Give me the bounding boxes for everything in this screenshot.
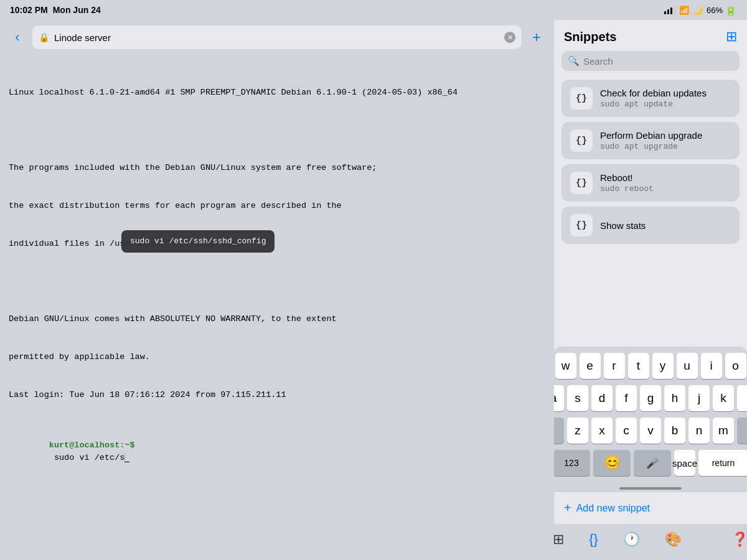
layout-toggle-button[interactable]: ⊞ [726, 29, 737, 45]
key-b[interactable]: b [664, 418, 685, 444]
palette-toolbar-button[interactable]: 🎨 [665, 531, 682, 548]
grid-toolbar-button[interactable]: ⊞ [553, 531, 564, 548]
terminal-line [9, 275, 545, 287]
terminal-line: Linux localhost 6.1.0-21-amd64 #1 SMP PR… [9, 86, 545, 99]
keyboard-row-4: 123 😊 🎤 space return [557, 450, 745, 476]
key-z[interactable]: z [567, 418, 588, 444]
key-u[interactable]: u [677, 353, 698, 379]
key-c[interactable]: c [616, 418, 637, 444]
status-right: 📶 🌙 66% 🔋 [664, 4, 737, 16]
terminal-prompt-user: kurt@localhost:~$ [49, 441, 135, 450]
terminal-line [9, 124, 545, 136]
terminal-section: ‹ 🔒 Linode server ✕ + Linux localhost 6.… [0, 20, 554, 560]
key-n[interactable]: n [688, 418, 710, 444]
delete-key[interactable]: ⌫ [737, 418, 747, 444]
snippet-name: Check for debian updates [600, 88, 707, 98]
lock-icon: 🔒 [39, 32, 49, 42]
key-m[interactable]: m [713, 418, 734, 444]
snippet-braces-icon: {} [570, 87, 593, 110]
key-v[interactable]: v [640, 418, 661, 444]
snippets-header: Snippets ⊞ [554, 20, 747, 51]
key-e[interactable]: e [580, 353, 601, 379]
search-icon: 🔍 [568, 55, 580, 67]
keyboard-row-3: ⇧ z x c v b n m ⌫ [557, 418, 745, 444]
history-toolbar-button[interactable]: 🕐 [623, 531, 640, 548]
emoji-key[interactable]: 😊 [593, 450, 631, 476]
terminal-command: sudo vi /etc/s█ [49, 453, 130, 462]
add-snippet-label: Add new snippet [576, 503, 650, 514]
key-j[interactable]: j [688, 385, 710, 411]
keyboard-row-1: q w e r t y u i o p [557, 353, 745, 379]
terminal-line: The programs included with the Debian GN… [9, 162, 545, 174]
tab-url-bar[interactable]: 🔒 Linode server ✕ [32, 26, 522, 49]
key-l[interactable]: l [737, 385, 747, 411]
numbers-key[interactable]: 123 [553, 450, 590, 476]
key-y[interactable]: y [652, 353, 674, 379]
snippet-braces-icon: {} [570, 172, 593, 194]
signal-icon [664, 6, 675, 14]
terminal-line: permitted by applicable law. [9, 351, 545, 363]
terminal-line: individual files in /usr/share/doc/*/cop… [9, 238, 545, 250]
key-i[interactable]: i [701, 353, 722, 379]
help-toolbar-button[interactable]: ❓ [731, 531, 747, 548]
status-bar: 10:02 PM Mon Jun 24 📶 🌙 66% 🔋 [0, 0, 747, 20]
key-w[interactable]: w [555, 353, 576, 379]
add-snippet-icon: + [564, 501, 571, 515]
braces-toolbar-button[interactable]: {} [589, 531, 598, 548]
terminal-line: Last login: Tue Jun 18 07:16:12 2024 fro… [9, 389, 545, 401]
snippets-list: {} Check for debian updates sudo apt upd… [554, 77, 747, 347]
return-key[interactable]: return [698, 450, 747, 476]
key-h[interactable]: h [664, 385, 685, 411]
search-input[interactable] [583, 56, 733, 67]
snippets-title: Snippets [564, 30, 616, 44]
home-indicator [619, 487, 682, 490]
back-button[interactable]: ‹ [7, 27, 27, 47]
keyboard-container: q w e r t y u i o p a s d f g h j k [554, 347, 747, 492]
search-bar[interactable]: 🔍 [561, 51, 740, 71]
space-key[interactable]: space [674, 450, 695, 476]
bottom-toolbar: ⊞ {} 🕐 🎨 ❓ [554, 524, 747, 560]
status-time: 10:02 PM [10, 5, 48, 15]
wifi-icon: 📶 [679, 6, 689, 15]
microphone-key[interactable]: 🎤 [634, 450, 671, 476]
terminal-line: the exact distribution terms for each pr… [9, 200, 545, 212]
snippet-item[interactable]: {} Perform Debian upgrade sudo apt upgra… [561, 122, 740, 159]
tab-bar: ‹ 🔒 Linode server ✕ + [0, 20, 554, 55]
snippet-name: Reboot! [600, 172, 654, 183]
snippet-info: Check for debian updates sudo apt update [600, 88, 707, 109]
snippet-command: sudo reboot [600, 184, 654, 194]
snippet-braces-icon: {} [570, 129, 593, 152]
terminal-line: Debian GNU/Linux comes with ABSOLUTELY N… [9, 313, 545, 325]
clear-url-button[interactable]: ✕ [504, 32, 515, 43]
status-date: Mon Jun 24 [53, 5, 101, 15]
snippets-panel: Snippets ⊞ 🔍 {} Check for debian updates… [554, 20, 747, 560]
terminal-content: Linux localhost 6.1.0-21-amd64 #1 SMP PR… [0, 55, 554, 560]
snippet-item[interactable]: {} Show stats [561, 207, 740, 244]
snippet-item[interactable]: {} Check for debian updates sudo apt upd… [561, 80, 740, 117]
key-k[interactable]: k [713, 385, 734, 411]
battery-icon: 66% 🔋 [707, 4, 737, 16]
keyboard-row-2: a s d f g h j k l [557, 385, 745, 411]
key-f[interactable]: f [616, 385, 637, 411]
key-x[interactable]: x [591, 418, 613, 444]
snippet-braces-icon: {} [570, 214, 593, 236]
key-t[interactable]: t [628, 353, 649, 379]
snippet-item[interactable]: {} Reboot! sudo reboot [561, 164, 740, 202]
snippet-name: Show stats [600, 220, 646, 231]
autocomplete-popup[interactable]: sudo vi /etc/ssh/sshd_config [121, 230, 275, 253]
key-o[interactable]: o [725, 353, 746, 379]
snippet-command: sudo apt update [600, 100, 707, 109]
new-tab-button[interactable]: + [527, 27, 547, 47]
key-g[interactable]: g [640, 385, 661, 411]
snippet-command: sudo apt upgrade [600, 142, 702, 151]
snippet-info: Reboot! sudo reboot [600, 172, 654, 194]
battery-percent: 66% [707, 6, 723, 15]
moon-icon: 🌙 [693, 6, 703, 15]
add-snippet-row[interactable]: + Add new snippet [554, 492, 747, 524]
snippet-info: Perform Debian upgrade sudo apt upgrade [600, 130, 702, 151]
key-r[interactable]: r [604, 353, 625, 379]
key-s[interactable]: s [567, 385, 588, 411]
tab-url-text: Linode server [54, 32, 499, 43]
terminal-prompt: kurt@localhost:~$ sudo vi /etc/s█ [9, 426, 545, 477]
key-d[interactable]: d [591, 385, 613, 411]
